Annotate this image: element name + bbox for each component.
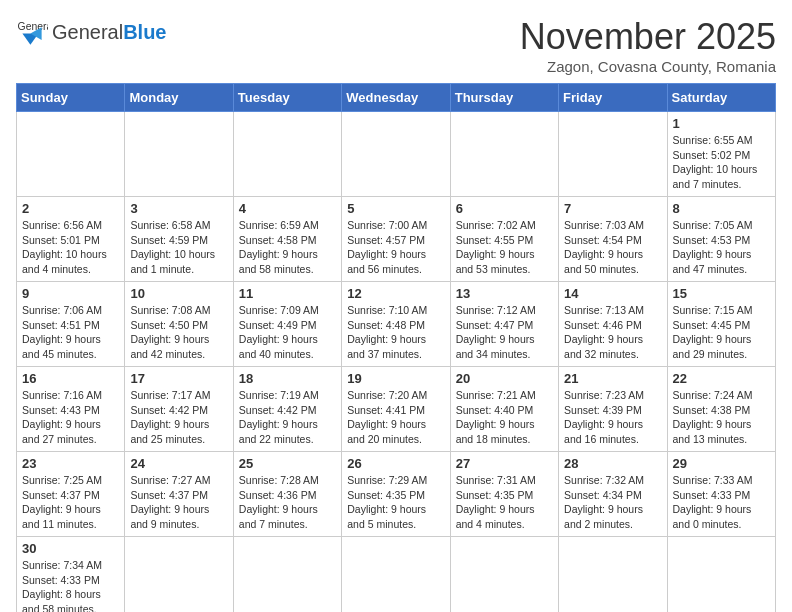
day-number: 23: [22, 456, 119, 471]
day-number: 24: [130, 456, 227, 471]
title-area: November 2025 Zagon, Covasna County, Rom…: [520, 16, 776, 75]
calendar-week-row: 16Sunrise: 7:16 AM Sunset: 4:43 PM Dayli…: [17, 367, 776, 452]
logo: General GeneralBlue: [16, 16, 167, 48]
day-info: Sunrise: 7:34 AM Sunset: 4:33 PM Dayligh…: [22, 558, 119, 612]
calendar-cell: [559, 537, 667, 613]
day-number: 1: [673, 116, 770, 131]
day-number: 9: [22, 286, 119, 301]
calendar-cell: 21Sunrise: 7:23 AM Sunset: 4:39 PM Dayli…: [559, 367, 667, 452]
calendar-week-row: 1Sunrise: 6:55 AM Sunset: 5:02 PM Daylig…: [17, 112, 776, 197]
day-info: Sunrise: 7:10 AM Sunset: 4:48 PM Dayligh…: [347, 303, 444, 362]
calendar-table: SundayMondayTuesdayWednesdayThursdayFrid…: [16, 83, 776, 612]
day-info: Sunrise: 7:03 AM Sunset: 4:54 PM Dayligh…: [564, 218, 661, 277]
calendar-cell: 19Sunrise: 7:20 AM Sunset: 4:41 PM Dayli…: [342, 367, 450, 452]
day-info: Sunrise: 7:08 AM Sunset: 4:50 PM Dayligh…: [130, 303, 227, 362]
day-info: Sunrise: 7:31 AM Sunset: 4:35 PM Dayligh…: [456, 473, 553, 532]
calendar-dow-saturday: Saturday: [667, 84, 775, 112]
day-info: Sunrise: 7:00 AM Sunset: 4:57 PM Dayligh…: [347, 218, 444, 277]
day-number: 15: [673, 286, 770, 301]
day-number: 21: [564, 371, 661, 386]
day-number: 19: [347, 371, 444, 386]
day-info: Sunrise: 7:20 AM Sunset: 4:41 PM Dayligh…: [347, 388, 444, 447]
location-subtitle: Zagon, Covasna County, Romania: [520, 58, 776, 75]
day-number: 10: [130, 286, 227, 301]
calendar-cell: 28Sunrise: 7:32 AM Sunset: 4:34 PM Dayli…: [559, 452, 667, 537]
calendar-cell: [233, 112, 341, 197]
day-info: Sunrise: 7:24 AM Sunset: 4:38 PM Dayligh…: [673, 388, 770, 447]
calendar-cell: [342, 537, 450, 613]
calendar-dow-thursday: Thursday: [450, 84, 558, 112]
calendar-cell: 9Sunrise: 7:06 AM Sunset: 4:51 PM Daylig…: [17, 282, 125, 367]
day-number: 5: [347, 201, 444, 216]
day-number: 7: [564, 201, 661, 216]
day-info: Sunrise: 7:13 AM Sunset: 4:46 PM Dayligh…: [564, 303, 661, 362]
calendar-cell: 13Sunrise: 7:12 AM Sunset: 4:47 PM Dayli…: [450, 282, 558, 367]
calendar-cell: [125, 112, 233, 197]
day-number: 28: [564, 456, 661, 471]
day-number: 22: [673, 371, 770, 386]
calendar-cell: 26Sunrise: 7:29 AM Sunset: 4:35 PM Dayli…: [342, 452, 450, 537]
day-info: Sunrise: 6:56 AM Sunset: 5:01 PM Dayligh…: [22, 218, 119, 277]
calendar-cell: [450, 537, 558, 613]
calendar-cell: 11Sunrise: 7:09 AM Sunset: 4:49 PM Dayli…: [233, 282, 341, 367]
day-number: 6: [456, 201, 553, 216]
day-info: Sunrise: 7:06 AM Sunset: 4:51 PM Dayligh…: [22, 303, 119, 362]
calendar-cell: [667, 537, 775, 613]
day-number: 3: [130, 201, 227, 216]
calendar-cell: 22Sunrise: 7:24 AM Sunset: 4:38 PM Dayli…: [667, 367, 775, 452]
page-header: General GeneralBlue November 2025 Zagon,…: [16, 16, 776, 75]
calendar-header-row: SundayMondayTuesdayWednesdayThursdayFrid…: [17, 84, 776, 112]
day-info: Sunrise: 7:29 AM Sunset: 4:35 PM Dayligh…: [347, 473, 444, 532]
day-number: 25: [239, 456, 336, 471]
logo-general-text: General: [52, 21, 123, 44]
calendar-cell: [342, 112, 450, 197]
calendar-cell: 18Sunrise: 7:19 AM Sunset: 4:42 PM Dayli…: [233, 367, 341, 452]
day-number: 13: [456, 286, 553, 301]
calendar-cell: 10Sunrise: 7:08 AM Sunset: 4:50 PM Dayli…: [125, 282, 233, 367]
calendar-cell: 12Sunrise: 7:10 AM Sunset: 4:48 PM Dayli…: [342, 282, 450, 367]
calendar-dow-sunday: Sunday: [17, 84, 125, 112]
day-number: 4: [239, 201, 336, 216]
calendar-cell: 27Sunrise: 7:31 AM Sunset: 4:35 PM Dayli…: [450, 452, 558, 537]
calendar-cell: 7Sunrise: 7:03 AM Sunset: 4:54 PM Daylig…: [559, 197, 667, 282]
calendar-cell: [559, 112, 667, 197]
calendar-cell: [17, 112, 125, 197]
day-info: Sunrise: 7:12 AM Sunset: 4:47 PM Dayligh…: [456, 303, 553, 362]
day-number: 29: [673, 456, 770, 471]
day-info: Sunrise: 7:32 AM Sunset: 4:34 PM Dayligh…: [564, 473, 661, 532]
day-info: Sunrise: 6:59 AM Sunset: 4:58 PM Dayligh…: [239, 218, 336, 277]
day-info: Sunrise: 7:21 AM Sunset: 4:40 PM Dayligh…: [456, 388, 553, 447]
day-number: 12: [347, 286, 444, 301]
day-info: Sunrise: 7:33 AM Sunset: 4:33 PM Dayligh…: [673, 473, 770, 532]
calendar-cell: 3Sunrise: 6:58 AM Sunset: 4:59 PM Daylig…: [125, 197, 233, 282]
calendar-cell: 8Sunrise: 7:05 AM Sunset: 4:53 PM Daylig…: [667, 197, 775, 282]
day-info: Sunrise: 7:19 AM Sunset: 4:42 PM Dayligh…: [239, 388, 336, 447]
calendar-cell: [450, 112, 558, 197]
calendar-cell: 23Sunrise: 7:25 AM Sunset: 4:37 PM Dayli…: [17, 452, 125, 537]
calendar-week-row: 2Sunrise: 6:56 AM Sunset: 5:01 PM Daylig…: [17, 197, 776, 282]
calendar-cell: 20Sunrise: 7:21 AM Sunset: 4:40 PM Dayli…: [450, 367, 558, 452]
calendar-cell: 25Sunrise: 7:28 AM Sunset: 4:36 PM Dayli…: [233, 452, 341, 537]
day-info: Sunrise: 7:16 AM Sunset: 4:43 PM Dayligh…: [22, 388, 119, 447]
logo-blue-text: Blue: [123, 21, 166, 44]
day-number: 18: [239, 371, 336, 386]
day-info: Sunrise: 7:23 AM Sunset: 4:39 PM Dayligh…: [564, 388, 661, 447]
day-number: 20: [456, 371, 553, 386]
day-number: 26: [347, 456, 444, 471]
calendar-cell: [233, 537, 341, 613]
calendar-cell: 6Sunrise: 7:02 AM Sunset: 4:55 PM Daylig…: [450, 197, 558, 282]
calendar-cell: 2Sunrise: 6:56 AM Sunset: 5:01 PM Daylig…: [17, 197, 125, 282]
svg-text:General: General: [18, 21, 48, 32]
month-title: November 2025: [520, 16, 776, 58]
calendar-cell: 17Sunrise: 7:17 AM Sunset: 4:42 PM Dayli…: [125, 367, 233, 452]
day-info: Sunrise: 7:28 AM Sunset: 4:36 PM Dayligh…: [239, 473, 336, 532]
calendar-week-row: 9Sunrise: 7:06 AM Sunset: 4:51 PM Daylig…: [17, 282, 776, 367]
calendar-cell: 24Sunrise: 7:27 AM Sunset: 4:37 PM Dayli…: [125, 452, 233, 537]
day-number: 17: [130, 371, 227, 386]
day-number: 11: [239, 286, 336, 301]
day-info: Sunrise: 7:27 AM Sunset: 4:37 PM Dayligh…: [130, 473, 227, 532]
calendar-cell: 16Sunrise: 7:16 AM Sunset: 4:43 PM Dayli…: [17, 367, 125, 452]
calendar-dow-monday: Monday: [125, 84, 233, 112]
calendar-cell: 29Sunrise: 7:33 AM Sunset: 4:33 PM Dayli…: [667, 452, 775, 537]
calendar-cell: 30Sunrise: 7:34 AM Sunset: 4:33 PM Dayli…: [17, 537, 125, 613]
